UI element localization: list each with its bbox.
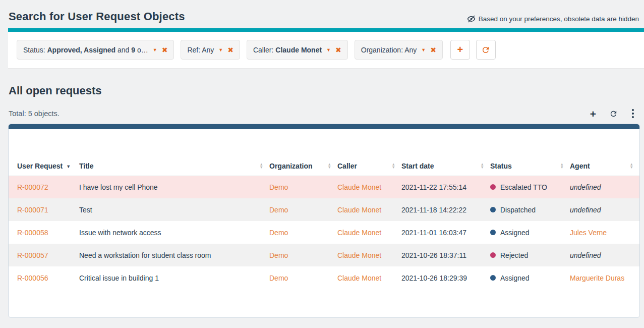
request-id-link[interactable]: R-000071	[17, 206, 48, 214]
status-label: Assigned	[500, 229, 530, 237]
status-label: Assigned	[500, 274, 530, 282]
start-date: 2021-10-26 18:37:11	[401, 244, 490, 266]
sort-arrows-icon: ▲▼	[560, 163, 564, 169]
organization-link[interactable]: Demo	[269, 251, 288, 259]
caller-link[interactable]: Claude Monet	[337, 251, 381, 259]
table-row: R-000056 Critical issue in building 1 De…	[9, 266, 639, 289]
request-title: Need a workstation for student class roo…	[79, 244, 269, 266]
x-icon[interactable]: ✖	[335, 46, 341, 53]
caller-link[interactable]: Claude Monet	[337, 274, 381, 282]
column-header-organization[interactable]: Organization▲▼	[269, 156, 337, 176]
table-row: R-000057 Need a workstation for student …	[9, 244, 639, 266]
filter-pill-caller-label: Caller: Claude Monet	[253, 46, 322, 54]
refresh-icon	[481, 45, 490, 54]
obsolete-data-notice: Based on your preferences, obsolete data…	[467, 15, 639, 23]
status-label: Dispatched	[500, 206, 536, 214]
start-date: 2021-10-26 18:29:39	[401, 266, 490, 289]
agent-value[interactable]: undefined	[570, 251, 601, 259]
column-header-status[interactable]: Status▲▼	[490, 156, 570, 176]
plus-icon: +	[590, 108, 596, 120]
x-icon[interactable]: ✖	[227, 46, 233, 53]
obsolete-notice-text: Based on your preferences, obsolete data…	[479, 15, 639, 23]
table-header-row: User Request▼ Title▲▼ Organization▲▼ Cal…	[9, 156, 639, 176]
table-row: R-000072 I have lost my cell Phone Demo …	[9, 176, 639, 198]
request-title: Test	[79, 198, 269, 221]
agent-value[interactable]: undefined	[570, 206, 601, 214]
filter-pill-organization-label: Organization: Any	[361, 46, 417, 54]
column-header-title[interactable]: Title▲▼	[79, 156, 269, 176]
status-dot-icon	[490, 184, 496, 190]
request-title: I have lost my cell Phone	[79, 176, 269, 198]
panel-accent-bar	[8, 124, 640, 129]
agent-value[interactable]: undefined	[570, 183, 601, 191]
sort-arrows-icon: ▲▼	[481, 163, 484, 169]
column-header-agent[interactable]: Agent▲▼	[570, 156, 639, 176]
caller-link[interactable]: Claude Monet	[337, 229, 381, 237]
filter-pill-caller[interactable]: Caller: Claude Monet ▼ ✖	[247, 40, 348, 60]
filter-pill-ref-label: Ref: Any	[187, 46, 214, 54]
filter-pill-organization[interactable]: Organization: Any ▼ ✖	[355, 40, 443, 60]
request-id-link[interactable]: R-000072	[17, 183, 48, 191]
sort-arrows-icon: ▲▼	[260, 163, 263, 169]
organization-link[interactable]: Demo	[269, 274, 288, 282]
sort-desc-icon: ▼	[66, 163, 71, 169]
start-date: 2021-11-22 17:55:14	[401, 176, 490, 198]
request-id-link[interactable]: R-000058	[17, 229, 48, 237]
x-icon[interactable]: ✖	[162, 46, 168, 53]
results-section-title: All open requests	[9, 84, 644, 97]
column-header-caller[interactable]: Caller▲▼	[337, 156, 401, 176]
total-objects-label: Total: 5 objects.	[9, 110, 60, 118]
status-dot-icon	[490, 252, 496, 258]
start-date: 2021-11-18 14:22:22	[401, 198, 490, 221]
caret-down-icon[interactable]: ▼	[421, 47, 426, 52]
organization-link[interactable]: Demo	[269, 206, 288, 214]
sort-arrows-icon: ▲▼	[328, 163, 331, 169]
column-header-user-request[interactable]: User Request▼	[9, 156, 79, 176]
page-header: Search for User Request Objects Based on…	[0, 0, 644, 28]
results-table: User Request▼ Title▲▼ Organization▲▼ Cal…	[9, 156, 639, 289]
add-filter-button[interactable]: +	[450, 40, 470, 60]
caller-link[interactable]: Claude Monet	[337, 183, 381, 191]
x-icon[interactable]: ✖	[430, 46, 436, 53]
status-label: Rejected	[500, 251, 528, 259]
kebab-menu-icon	[632, 109, 634, 111]
request-id-link[interactable]: R-000057	[17, 251, 48, 259]
refresh-search-button[interactable]	[476, 40, 496, 60]
request-title: Issue with network access	[79, 221, 269, 244]
caller-link[interactable]: Claude Monet	[337, 206, 381, 214]
table-row: R-000058 Issue with network access Demo …	[9, 221, 639, 244]
status-dot-icon	[490, 207, 496, 212]
results-toolbar: Total: 5 objects. +	[9, 108, 639, 119]
status-label: Escalated TTO	[500, 183, 547, 191]
agent-value[interactable]: Marguerite Duras	[570, 274, 624, 282]
more-actions-button[interactable]	[631, 108, 635, 119]
agent-value[interactable]: Jules Verne	[570, 229, 607, 237]
caret-down-icon[interactable]: ▼	[326, 47, 331, 52]
filter-pill-ref[interactable]: Ref: Any ▼ ✖	[181, 40, 240, 60]
start-date: 2021-11-01 16:03:47	[401, 221, 490, 244]
request-title: Critical issue in building 1	[79, 266, 269, 289]
refresh-icon	[609, 110, 618, 118]
refresh-list-button[interactable]	[609, 110, 618, 118]
eye-slash-icon	[467, 15, 476, 23]
caret-down-icon[interactable]: ▼	[218, 47, 223, 52]
page-title: Search for User Request Objects	[9, 10, 185, 23]
sort-arrows-icon: ▲▼	[392, 163, 395, 169]
organization-link[interactable]: Demo	[269, 229, 288, 237]
results-table-panel: User Request▼ Title▲▼ Organization▲▼ Cal…	[8, 124, 640, 318]
search-panel: Status: Approved, Assigned and 9 o… ▼ ✖ …	[8, 32, 644, 69]
accent-bar	[8, 28, 644, 32]
sort-arrows-icon: ▲▼	[630, 163, 633, 169]
status-dot-icon	[490, 230, 496, 235]
caret-down-icon[interactable]: ▼	[153, 47, 157, 52]
column-header-start-date[interactable]: Start date▲▼	[401, 156, 490, 176]
filter-pill-status-label: Status: Approved, Assigned and 9 o…	[23, 46, 148, 54]
filter-pill-status[interactable]: Status: Approved, Assigned and 9 o… ▼ ✖	[17, 40, 174, 60]
status-dot-icon	[490, 275, 496, 281]
plus-icon: +	[457, 44, 463, 56]
table-row: R-000071 Test Demo Claude Monet 2021-11-…	[9, 198, 639, 221]
organization-link[interactable]: Demo	[269, 183, 288, 191]
request-id-link[interactable]: R-000056	[17, 274, 48, 282]
new-object-button[interactable]: +	[590, 108, 596, 119]
